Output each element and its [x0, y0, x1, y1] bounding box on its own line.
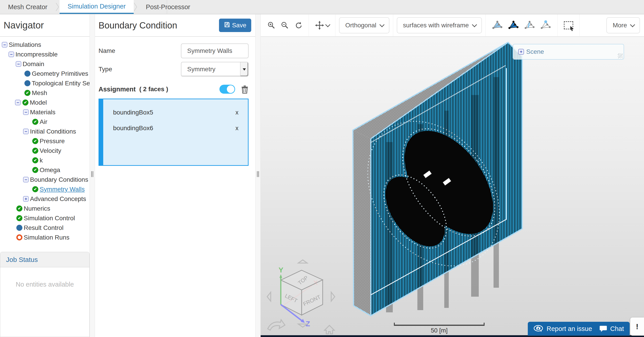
- tab-mesh-creator[interactable]: Mesh Creator: [0, 0, 56, 14]
- more-dropdown[interactable]: More: [606, 17, 640, 33]
- save-button-label: Save: [232, 22, 246, 29]
- report-issue-button[interactable]: Report an issue: [528, 322, 598, 336]
- chevron-down-icon: [325, 22, 330, 27]
- assignment-list: boundingBox5xboundingBox6x: [103, 99, 248, 165]
- tree-item-boundary-conditions[interactable]: −Boundary Conditions: [0, 175, 90, 184]
- tree-item-label: Pressure: [40, 138, 65, 145]
- scale-bar-label: 50 [m]: [394, 327, 484, 334]
- tree-item-symmetry-walls[interactable]: ✔Symmetry Walls: [0, 184, 90, 194]
- tree-item-label: k: [40, 157, 43, 164]
- job-status-empty-message: No entities available: [0, 281, 89, 288]
- orientation-gizmo[interactable]: X TOP LEFT FRONT Y Z: [262, 256, 342, 337]
- page-title: Boundary Condition: [98, 21, 177, 31]
- collapse-icon[interactable]: −: [23, 129, 29, 134]
- tree-item-simulation-runs[interactable]: Simulation Runs: [0, 233, 90, 242]
- status-pending-icon: [16, 234, 22, 240]
- box-select-button[interactable]: [561, 21, 576, 29]
- assigned-face-boundingbox6[interactable]: boundingBox6x: [103, 120, 248, 136]
- delete-assignment-button[interactable]: [241, 85, 248, 94]
- more-dropdown-label: More: [613, 22, 627, 29]
- mesh-volume-filter-button[interactable]: [506, 21, 522, 30]
- tree-item-advanced-concepts[interactable]: +Advanced Concepts: [0, 194, 90, 204]
- collapse-icon[interactable]: −: [2, 42, 8, 48]
- panel-resize-handle-right[interactable]: [255, 14, 261, 337]
- rotate-right-arrow: [331, 292, 335, 301]
- tree-item-pressure[interactable]: ✔Pressure: [0, 136, 90, 146]
- dropdown-arrow-icon[interactable]: [240, 62, 248, 76]
- 3d-canvas[interactable]: + Scene X TOP LEFT FRONT: [261, 37, 644, 337]
- assignment-toggle[interactable]: [220, 85, 235, 94]
- remove-face-button[interactable]: x: [236, 125, 239, 132]
- home-icon: [324, 325, 334, 334]
- zoom-out-button[interactable]: [278, 21, 292, 29]
- tree-item-label: Incompressible: [16, 51, 58, 58]
- reset-view-button[interactable]: [292, 21, 305, 29]
- collapse-icon[interactable]: −: [23, 109, 29, 115]
- scale-bar-line: [394, 323, 484, 326]
- collapse-icon[interactable]: −: [8, 52, 14, 57]
- mesh-node-icon: [540, 21, 551, 30]
- scene-tree-overlay[interactable]: + Scene: [513, 44, 624, 60]
- collapse-icon[interactable]: −: [23, 177, 29, 182]
- tree-item-numerics[interactable]: ✔Numerics: [0, 204, 90, 213]
- type-select[interactable]: Symmetry: [181, 62, 248, 77]
- render-mode-dropdown[interactable]: surfaces with wireframe: [397, 17, 482, 33]
- tree-item-air[interactable]: ✔Air: [0, 117, 90, 127]
- camera-bubble-icon: [534, 325, 544, 332]
- assigned-face-boundingbox5[interactable]: boundingBox5x: [103, 105, 248, 120]
- mesh-volume-icon: [508, 21, 519, 30]
- tree-item-label: Omega: [40, 166, 60, 174]
- status-complete-icon: ✔: [32, 167, 38, 173]
- tree-item-k[interactable]: ✔k: [0, 156, 90, 165]
- zoom-in-button[interactable]: [265, 21, 278, 29]
- tree-item-model[interactable]: −✔Model: [0, 98, 90, 107]
- mesh-surface-filter-button[interactable]: [489, 21, 506, 30]
- expand-icon[interactable]: +: [23, 196, 29, 202]
- tree-item-topological-entity-sets[interactable]: Topological Entity Sets: [0, 78, 90, 88]
- status-complete-icon: ✔: [32, 148, 38, 154]
- tree-item-omega[interactable]: ✔Omega: [0, 165, 90, 175]
- scene-resize-grip[interactable]: [618, 53, 623, 58]
- tab-post-processor[interactable]: Post-Processor: [138, 0, 198, 14]
- job-status-header[interactable]: Job Status: [0, 252, 89, 267]
- viewport-toolbar: Orthogonal surfaces with wireframe: [261, 14, 644, 37]
- tree-item-initial-conditions[interactable]: −Initial Conditions: [0, 127, 90, 136]
- remove-face-button[interactable]: x: [236, 109, 239, 116]
- mesh-node-filter-button[interactable]: [538, 21, 554, 30]
- mesh-edge-filter-button[interactable]: [522, 21, 538, 30]
- tree-item-mesh[interactable]: ✔Mesh: [0, 88, 90, 98]
- tree-item-materials[interactable]: −Materials: [0, 107, 90, 117]
- tree-item-incompressible[interactable]: −Incompressible: [0, 50, 90, 59]
- scene-expand-icon[interactable]: +: [518, 49, 524, 55]
- tree-item-geometry-primitives[interactable]: Geometry Primitives: [0, 69, 90, 78]
- tree-item-simulations[interactable]: −Simulations: [0, 40, 90, 50]
- collapse-icon[interactable]: −: [15, 100, 20, 105]
- pan-mode-button[interactable]: [312, 21, 332, 30]
- tree-item-result-control[interactable]: Result Control: [0, 223, 90, 233]
- chat-label: Chat: [610, 325, 624, 332]
- tree-item-label: Geometry Primitives: [32, 70, 88, 77]
- resize-grip-icon: [257, 171, 259, 177]
- pan-icon: [315, 21, 324, 30]
- alert-badge[interactable]: !: [630, 317, 644, 336]
- box-select-icon: [564, 21, 573, 29]
- tree-item-simulation-control[interactable]: ✔Simulation Control: [0, 213, 90, 223]
- tab-simulation-designer[interactable]: Simulation Designer: [60, 0, 134, 14]
- projection-dropdown[interactable]: Orthogonal: [339, 17, 390, 33]
- tree-item-label: Topological Entity Sets: [32, 80, 90, 87]
- assignment-count: ( 2 faces ): [139, 86, 168, 93]
- report-issue-label: Report an issue: [546, 325, 592, 332]
- name-input[interactable]: [181, 44, 248, 58]
- collapse-icon[interactable]: −: [16, 61, 21, 67]
- save-button[interactable]: Save: [219, 19, 251, 32]
- type-label: Type: [98, 66, 181, 73]
- job-status-card: Job Status No entities available: [0, 252, 90, 337]
- panel-resize-handle-left[interactable]: [90, 14, 95, 337]
- tree-item-domain[interactable]: −Domain: [0, 59, 90, 69]
- resize-grip-icon: [91, 171, 94, 177]
- tree-item-velocity[interactable]: ✔Velocity: [0, 146, 90, 156]
- chat-button[interactable]: Chat: [594, 322, 630, 336]
- status-complete-icon: ✔: [32, 138, 38, 144]
- status-info-icon: [24, 80, 30, 86]
- save-icon: [224, 22, 230, 29]
